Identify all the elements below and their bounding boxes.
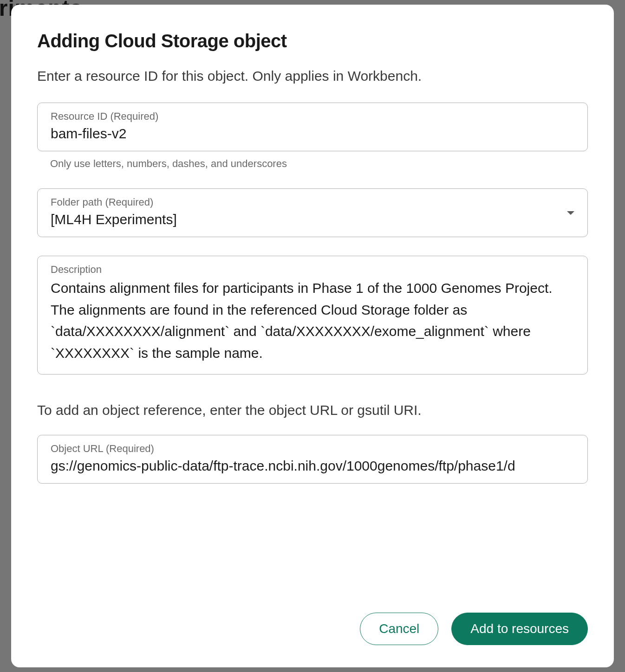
cancel-button[interactable]: Cancel [360, 613, 438, 645]
chevron-down-icon [567, 211, 574, 215]
object-ref-instruction: To add an object reference, enter the ob… [37, 402, 588, 418]
resource-id-label: Resource ID (Required) [51, 110, 574, 123]
object-url-input[interactable] [51, 457, 574, 475]
folder-path-field-group: Folder path (Required) [ML4H Experiments… [37, 188, 588, 237]
modal-title: Adding Cloud Storage object [37, 31, 588, 52]
folder-path-value: [ML4H Experiments] [51, 210, 574, 228]
description-wrapper[interactable]: Description Contains alignment files for… [37, 256, 588, 375]
description-label: Description [51, 264, 574, 276]
modal-actions: Cancel Add to resources [37, 594, 588, 645]
add-cloud-storage-modal: Adding Cloud Storage object Enter a reso… [11, 5, 614, 667]
description-field-group: Description Contains alignment files for… [37, 256, 588, 375]
resource-id-helper: Only use letters, numbers, dashes, and u… [37, 158, 588, 170]
add-to-resources-button[interactable]: Add to resources [451, 613, 588, 645]
resource-id-input-wrapper[interactable]: Resource ID (Required) [37, 103, 588, 151]
resource-id-input[interactable] [51, 124, 574, 142]
description-textarea[interactable]: Contains alignment files for participant… [51, 278, 574, 364]
folder-path-select[interactable]: Folder path (Required) [ML4H Experiments… [37, 188, 588, 237]
object-url-field-group: Object URL (Required) [37, 435, 588, 484]
object-url-input-wrapper[interactable]: Object URL (Required) [37, 435, 588, 484]
folder-path-label: Folder path (Required) [51, 196, 574, 208]
resource-id-field-group: Resource ID (Required) Only use letters,… [37, 103, 588, 170]
modal-subtitle: Enter a resource ID for this object. Onl… [37, 68, 588, 84]
object-url-label: Object URL (Required) [51, 443, 574, 455]
